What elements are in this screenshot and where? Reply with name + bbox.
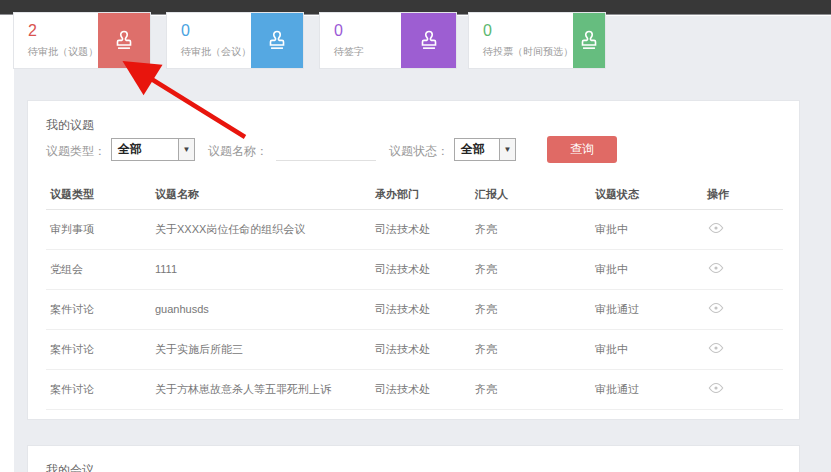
- cell-dept: 司法技术处: [371, 209, 471, 249]
- chevron-down-icon: ▼: [499, 139, 515, 160]
- stat-card-text: 0 待审批（会议）: [167, 13, 251, 68]
- stamp-icon: [251, 13, 303, 68]
- topic-name-input[interactable]: [276, 140, 376, 161]
- cell-reporter: 齐亮: [471, 369, 591, 409]
- header-status: 议题状态: [591, 185, 703, 209]
- filter-row: 议题类型： 全部 ▼ 议题名称： 议题状态： 全部 ▼ 查询: [46, 138, 783, 162]
- view-eye-icon[interactable]: [707, 299, 725, 317]
- stat-card-pending-signature[interactable]: 0 待签字: [319, 12, 457, 69]
- cell-topic-name: guanhusds: [151, 289, 371, 329]
- search-button[interactable]: 查询: [547, 136, 617, 163]
- stat-label: 待审批（议题）: [28, 45, 98, 59]
- stat-value: 0: [181, 22, 251, 40]
- view-eye-icon[interactable]: [707, 219, 725, 237]
- header-dept: 承办部门: [371, 185, 471, 209]
- stat-card-pending-approval-meeting[interactable]: 0 待审批（会议）: [166, 12, 304, 69]
- topic-status-selected-value: 全部: [455, 141, 499, 158]
- cell-topic-type: 案件讨论: [46, 369, 151, 409]
- cell-dept: 司法技术处: [371, 329, 471, 369]
- view-eye-icon[interactable]: [707, 259, 725, 277]
- stat-card-pending-approval-topic[interactable]: 2 待审批（议题）: [13, 12, 151, 69]
- topics-table: 议题类型 议题名称 承办部门 汇报人 议题状态 操作 审判事项 关于XXXX岗位…: [46, 185, 783, 410]
- cell-topic-type: 案件讨论: [46, 329, 151, 369]
- table-row: 案件讨论 关于方林崽故意杀人等五罪死刑上诉 司法技术处 齐亮 审批通过: [46, 369, 783, 409]
- stat-value: 0: [334, 22, 401, 40]
- cell-reporter: 齐亮: [471, 209, 591, 249]
- header-topic-type: 议题类型: [46, 185, 151, 209]
- stat-label: 待签字: [334, 45, 401, 59]
- cell-reporter: 齐亮: [471, 289, 591, 329]
- table-row: 审判事项 关于XXXX岗位任命的组织会议 司法技术处 齐亮 审批中: [46, 209, 783, 249]
- cell-topic-name: 1111: [151, 249, 371, 289]
- chevron-down-icon: ▼: [178, 139, 194, 160]
- stat-card-text: 0 待投票（时间预选）: [469, 13, 573, 68]
- view-eye-icon[interactable]: [707, 379, 725, 397]
- stat-value: 2: [28, 22, 98, 40]
- table-row: 案件讨论 guanhusds 司法技术处 齐亮 审批通过: [46, 289, 783, 329]
- cell-dept: 司法技术处: [371, 249, 471, 289]
- cell-topic-name: 关于方林崽故意杀人等五罪死刑上诉: [151, 369, 371, 409]
- stat-card-text: 2 待审批（议题）: [14, 13, 98, 68]
- cell-topic-type: 案件讨论: [46, 289, 151, 329]
- cell-dept: 司法技术处: [371, 289, 471, 329]
- cell-status: 审批中: [591, 249, 703, 289]
- panel-title: 我的会议: [28, 446, 799, 472]
- header-topic-name: 议题名称: [151, 185, 371, 209]
- topic-name-label: 议题名称：: [208, 143, 268, 160]
- panel-title: 我的议题: [28, 101, 799, 134]
- stat-label: 待投票（时间预选）: [483, 45, 573, 59]
- stat-value: 0: [483, 22, 573, 40]
- topic-status-label: 议题状态：: [389, 143, 449, 160]
- cell-dept: 司法技术处: [371, 369, 471, 409]
- stamp-icon: [401, 13, 456, 68]
- stamp-icon: [573, 13, 605, 68]
- cell-topic-name: 关于实施后所能三: [151, 329, 371, 369]
- view-eye-icon[interactable]: [707, 339, 725, 357]
- stat-card-text: 0 待签字: [320, 13, 401, 68]
- cell-status: 审批通过: [591, 289, 703, 329]
- table-row: 党组会 1111 司法技术处 齐亮 审批中: [46, 249, 783, 289]
- dashboard-page: 2 待审批（议题） 0 待审批（会议） 0 待签字: [0, 0, 831, 472]
- stat-cards-row: 2 待审批（议题） 0 待审批（会议） 0 待签字: [13, 12, 606, 69]
- table-header-row: 议题类型 议题名称 承办部门 汇报人 议题状态 操作: [46, 185, 783, 209]
- cell-topic-type: 党组会: [46, 249, 151, 289]
- cell-status: 审批中: [591, 329, 703, 369]
- stamp-icon: [98, 13, 150, 68]
- my-topics-panel: 我的议题 议题类型： 全部 ▼ 议题名称： 议题状态： 全部 ▼ 查询 议题类型…: [27, 100, 800, 420]
- stat-card-pending-vote[interactable]: 0 待投票（时间预选）: [468, 12, 606, 69]
- cell-reporter: 齐亮: [471, 249, 591, 289]
- stat-label: 待审批（会议）: [181, 45, 251, 59]
- cell-topic-name: 关于XXXX岗位任命的组织会议: [151, 209, 371, 249]
- cell-topic-type: 审判事项: [46, 209, 151, 249]
- header-reporter: 汇报人: [471, 185, 591, 209]
- my-meetings-panel: 我的会议: [27, 445, 800, 472]
- topic-type-selected-value: 全部: [112, 141, 178, 158]
- cell-status: 审批中: [591, 209, 703, 249]
- table-row: 案件讨论 关于实施后所能三 司法技术处 齐亮 审批中: [46, 329, 783, 369]
- topic-status-select[interactable]: 全部 ▼: [454, 138, 516, 161]
- topic-type-select[interactable]: 全部 ▼: [111, 138, 195, 161]
- cell-status: 审批通过: [591, 369, 703, 409]
- cell-reporter: 齐亮: [471, 329, 591, 369]
- topic-type-label: 议题类型：: [46, 143, 106, 160]
- header-actions: 操作: [703, 185, 783, 209]
